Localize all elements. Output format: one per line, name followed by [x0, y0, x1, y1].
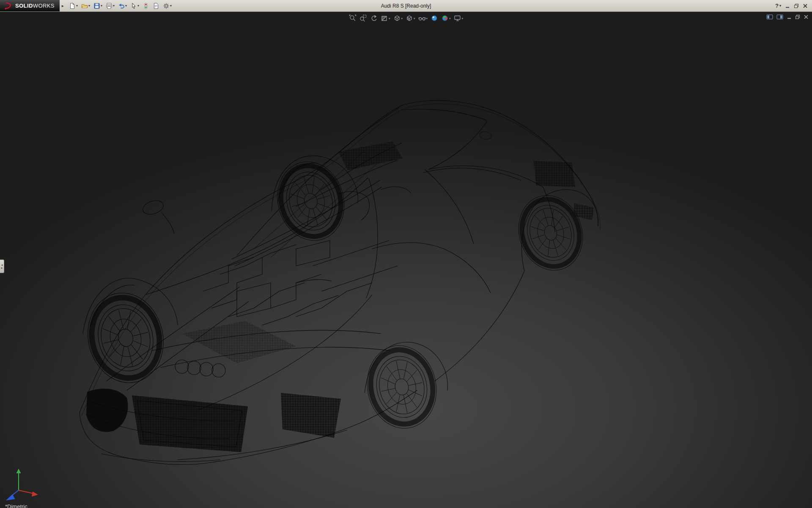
open-button[interactable]: ▾ [80, 2, 91, 10]
view-settings-button[interactable]: ▾ [453, 14, 464, 22]
undo-icon [118, 3, 125, 9]
restore-button[interactable] [794, 3, 799, 8]
display-style-icon [406, 14, 413, 22]
view-orientation-button[interactable]: ▾ [392, 14, 403, 22]
rebuild-icon [143, 3, 149, 9]
file-properties-icon [153, 3, 159, 9]
dropdown-caret-icon[interactable]: ▾ [101, 4, 102, 8]
view-orientation-label: *Dimetric [5, 503, 27, 508]
help-icon: ? [775, 3, 779, 9]
solidworks-window: SOLIDWORKS ▸ ▾ ▾ [0, 0, 812, 508]
dropdown-caret-icon[interactable]: ▾ [125, 4, 127, 8]
doc-restore-button[interactable] [795, 14, 800, 19]
previous-view-icon [370, 14, 378, 22]
close-button[interactable] [803, 3, 808, 8]
options-gear-icon [163, 3, 170, 9]
triad-x-axis-icon [32, 491, 38, 497]
display-style-button[interactable]: ▾ [405, 14, 416, 22]
brand-name: SOLIDWORKS [15, 3, 55, 9]
close-icon [803, 3, 808, 8]
dropdown-caret-icon[interactable]: ▾ [113, 4, 115, 8]
task-pane-left-button[interactable] [766, 14, 773, 20]
section-view-icon [381, 14, 388, 22]
restore-icon [794, 3, 799, 8]
rebuild-button[interactable] [141, 2, 151, 10]
feature-pane-splitter[interactable]: ◂ ▸ [0, 260, 4, 273]
task-pane-left-icon [766, 14, 773, 20]
heads-up-view-toolbar: ▾ ▾ ▾ [348, 14, 464, 22]
dropdown-caret-icon[interactable]: ▾ [414, 17, 415, 20]
new-button[interactable]: ▾ [68, 2, 79, 10]
section-view-button[interactable]: ▾ [380, 14, 391, 22]
model-wireframe-audi-r8[interactable] [0, 12, 812, 508]
dropdown-caret-icon[interactable]: ▾ [170, 4, 172, 8]
doc-close-icon [804, 14, 809, 19]
dropdown-caret-icon[interactable]: ▾ [401, 17, 403, 20]
file-properties-button[interactable] [151, 2, 161, 10]
zoom-to-area-icon [359, 14, 367, 22]
select-button[interactable]: ▾ [129, 2, 140, 10]
dropdown-caret-icon[interactable]: ▾ [389, 17, 390, 20]
open-folder-icon [81, 3, 88, 9]
view-settings-monitor-icon [454, 14, 461, 22]
triad-y-axis-icon [16, 469, 21, 473]
menu-expand-arrow[interactable]: ▸ [60, 4, 66, 8]
select-cursor-icon [130, 3, 137, 9]
dropdown-caret-icon[interactable]: ▾ [137, 4, 139, 8]
options-button[interactable]: ▾ [162, 2, 173, 10]
dropdown-caret-icon[interactable]: ▾ [426, 17, 428, 20]
save-button[interactable]: ▾ [92, 2, 104, 10]
orientation-triad [3, 466, 41, 504]
window-title: Audi R8 S [Read-only] [381, 3, 431, 9]
new-document-icon [69, 3, 76, 9]
splitter-right-arrow-icon: ▸ [1, 266, 3, 269]
previous-view-button[interactable] [369, 14, 379, 22]
doc-close-button[interactable] [804, 14, 809, 19]
titlebar: SOLIDWORKS ▸ ▾ ▾ [0, 0, 812, 12]
solidworks-logo: SOLIDWORKS [0, 0, 60, 11]
edit-appearance-sphere-icon [431, 14, 438, 22]
dropdown-caret-icon[interactable]: ▾ [779, 4, 781, 8]
zoom-to-area-button[interactable] [359, 14, 368, 22]
help-button[interactable]: ? ▾ [775, 3, 781, 9]
hide-show-items-button[interactable]: ▾ [417, 14, 429, 22]
document-window-controls [766, 14, 809, 20]
doc-minimize-button[interactable] [787, 14, 792, 19]
window-controls: ? ▾ [775, 3, 812, 9]
view-orientation-cube-icon [393, 14, 401, 22]
apply-scene-sphere-icon [441, 14, 449, 22]
edit-appearance-button[interactable] [430, 14, 439, 22]
dropdown-caret-icon[interactable]: ▾ [449, 17, 451, 20]
save-icon [93, 3, 100, 9]
hide-show-glasses-icon [418, 14, 426, 22]
dropdown-caret-icon[interactable]: ▾ [88, 4, 90, 8]
dropdown-caret-icon[interactable]: ▾ [462, 17, 464, 20]
doc-minimize-icon [787, 14, 792, 19]
solidworks-logo-icon [3, 2, 13, 10]
task-pane-right-icon [776, 14, 783, 20]
apply-scene-button[interactable]: ▾ [440, 14, 452, 22]
triad-z-axis-icon [6, 494, 15, 501]
minimize-button[interactable] [785, 3, 790, 8]
doc-restore-icon [795, 14, 800, 19]
print-icon [106, 3, 112, 9]
undo-button[interactable]: ▾ [117, 2, 128, 10]
splitter-left-arrow-icon: ◂ [1, 263, 3, 266]
graphics-viewport[interactable]: ▾ ▾ ▾ [0, 12, 812, 508]
minimize-icon [785, 3, 790, 8]
quick-access-toolbar: ▾ ▾ ▾ [66, 2, 173, 10]
zoom-to-fit-icon [349, 14, 357, 22]
print-button[interactable]: ▾ [104, 2, 116, 10]
task-pane-right-button[interactable] [776, 14, 783, 20]
dropdown-caret-icon[interactable]: ▾ [76, 4, 78, 8]
zoom-to-fit-button[interactable] [348, 14, 357, 22]
